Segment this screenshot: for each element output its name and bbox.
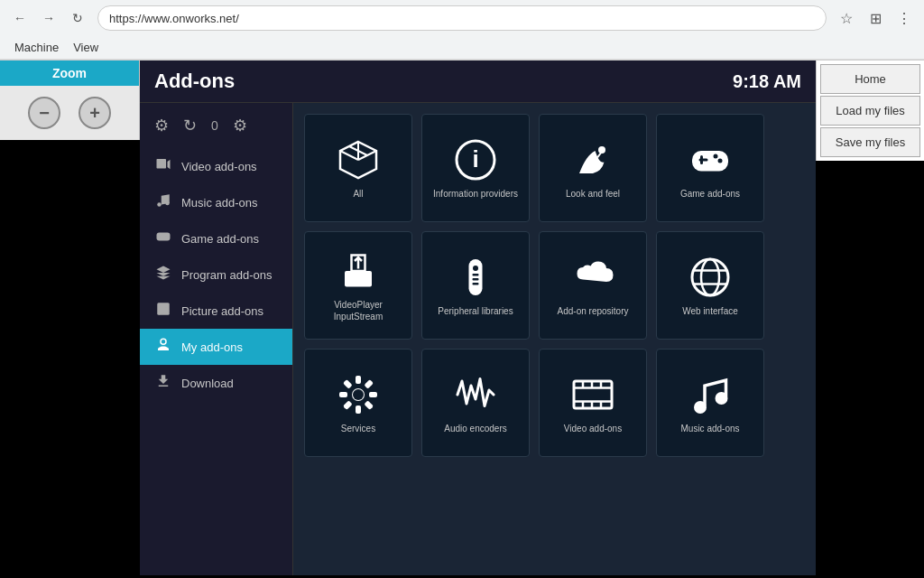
svg-point-10	[160, 305, 162, 307]
svg-point-49	[716, 392, 728, 405]
look-icon	[570, 137, 615, 182]
kodi-header: Add-ons 9:18 AM	[140, 61, 816, 103]
grid-row-2: VideoPlayer InputStream Peripheral libra…	[304, 231, 805, 340]
sidebar-item-music-add-ons[interactable]: Music add-ons	[140, 184, 292, 220]
zoom-in-button[interactable]: +	[79, 97, 111, 129]
kodi-time: 9:18 AM	[733, 71, 801, 92]
grid-item-peripheral[interactable]: Peripheral libraries	[421, 231, 530, 340]
sidebar-item-picture-add-ons[interactable]: Picture add-ons	[140, 293, 292, 329]
load-files-button[interactable]: Load my files	[820, 96, 920, 126]
home-button[interactable]: Home	[820, 64, 920, 94]
sidebar-item-my-label: My add-ons	[181, 340, 243, 354]
grid-item-music-add-ons-g[interactable]: Music add-ons	[656, 349, 764, 457]
grid-item-peripheral-label: Peripheral libraries	[434, 305, 516, 317]
svg-rect-37	[343, 379, 353, 389]
svg-point-38	[353, 389, 364, 400]
zoom-out-button[interactable]: −	[28, 97, 60, 129]
svg-point-25	[692, 259, 728, 295]
kodi-sidebar: ⚙ ↻ 0 ⚙ Video add-ons Music add-ons	[140, 103, 293, 575]
grid-item-audio-encoders[interactable]: Audio encoders	[421, 349, 530, 457]
back-button[interactable]: ←	[7, 5, 32, 31]
save-files-button[interactable]: Save my files	[820, 127, 920, 157]
program-add-ons-icon	[154, 265, 172, 284]
zoom-controls: − +	[0, 86, 139, 140]
globe-icon	[688, 255, 733, 300]
grid-item-services-label: Services	[337, 423, 379, 434]
grid-item-video-label: Video add-ons	[560, 423, 625, 434]
box-icon	[336, 137, 381, 182]
grid-item-add-on-repo[interactable]: Add-on repository	[539, 231, 647, 340]
sidebar-item-picture-label: Picture add-ons	[181, 304, 263, 318]
film-icon	[570, 372, 615, 417]
sidebar-item-download[interactable]: Download	[140, 365, 292, 401]
sidebar-item-game-label: Game add-ons	[181, 232, 259, 246]
kodi-grid-area: All i Information providers	[293, 103, 816, 575]
remote-icon	[453, 255, 498, 300]
svg-point-7	[164, 234, 166, 236]
grid-row-1: All i Information providers	[304, 114, 805, 222]
grid-item-all[interactable]: All	[304, 114, 412, 222]
grid-item-repo-label: Add-on repository	[554, 305, 633, 317]
svg-point-2	[157, 202, 162, 207]
sidebar-icons-row: ⚙ ↻ 0 ⚙	[140, 110, 292, 141]
menu-bar: Machine View	[0, 36, 924, 60]
reload-button[interactable]: ↻	[65, 5, 90, 31]
info-icon: i	[453, 137, 498, 182]
svg-point-26	[701, 259, 719, 295]
grid-item-game-label: Game add-ons	[677, 188, 744, 200]
grid-item-video-add-ons-g[interactable]: Video add-ons	[539, 349, 647, 457]
sidebar-refresh-icon[interactable]: ↻	[183, 116, 197, 135]
sidebar-item-video-add-ons[interactable]: Video add-ons	[140, 148, 292, 184]
cloud-icon	[570, 255, 615, 300]
kodi-title: Add-ons	[154, 70, 235, 93]
svg-rect-34	[356, 406, 361, 414]
svg-rect-35	[343, 400, 353, 410]
svg-rect-24	[473, 283, 479, 285]
forward-button[interactable]: →	[36, 5, 61, 31]
menu-button[interactable]: ⋮	[892, 5, 917, 31]
nav-buttons: ← → ↻	[7, 5, 90, 31]
svg-rect-32	[369, 392, 377, 397]
svg-point-21	[473, 266, 478, 271]
svg-point-17	[714, 154, 718, 158]
sidebar-item-game-add-ons[interactable]: Game add-ons	[140, 220, 292, 256]
sidebar-item-video-label: Video add-ons	[181, 160, 257, 173]
videoplayer-icon	[336, 248, 381, 294]
url-text: https://www.onworks.net/	[109, 12, 239, 25]
grid-item-info-label: Information providers	[430, 188, 522, 200]
browser-chrome: ← → ↻ https://www.onworks.net/ ☆ ⊞ ⋮ Mac…	[0, 0, 924, 61]
grid-item-music-label: Music add-ons	[677, 423, 743, 434]
grid-item-services[interactable]: Services	[304, 349, 412, 457]
grid-item-web-label: Web interface	[679, 305, 742, 317]
extensions-button[interactable]: ⊞	[863, 5, 888, 31]
grid-item-info-providers[interactable]: i Information providers	[421, 114, 530, 222]
grid-item-look-and-feel[interactable]: Look and feel	[539, 114, 647, 222]
svg-rect-0	[157, 159, 167, 169]
svg-rect-20	[469, 259, 483, 295]
address-bar[interactable]: https://www.onworks.net/	[97, 5, 827, 31]
sidebar-profile-icon[interactable]: ⚙	[154, 116, 169, 135]
svg-point-48	[694, 401, 707, 414]
grid-item-web-interface[interactable]: Web interface	[656, 231, 764, 340]
picture-add-ons-icon	[154, 301, 172, 321]
star-button[interactable]: ☆	[834, 5, 859, 31]
svg-rect-19	[345, 271, 372, 287]
sidebar-count: 0	[211, 118, 218, 133]
grid-item-audio-label: Audio encoders	[440, 423, 511, 434]
kodi-app: Add-ons 9:18 AM ⚙ ↻ 0 ⚙ Video add-ons	[140, 61, 816, 575]
grid-item-game-add-ons[interactable]: Game add-ons	[656, 114, 764, 222]
menu-view[interactable]: View	[66, 38, 106, 57]
sidebar-item-download-label: Download	[181, 377, 234, 390]
sidebar-item-my-add-ons[interactable]: My add-ons	[140, 329, 292, 365]
svg-rect-36	[339, 392, 347, 397]
menu-machine[interactable]: Machine	[7, 38, 66, 57]
browser-actions: ☆ ⊞ ⋮	[834, 5, 917, 31]
sidebar-item-program-add-ons[interactable]: Program add-ons	[140, 256, 292, 293]
sidebar-settings-icon[interactable]: ⚙	[233, 116, 247, 135]
svg-rect-14	[692, 151, 728, 172]
grid-item-videoplayer[interactable]: VideoPlayer InputStream	[304, 231, 412, 340]
gear-icon	[336, 372, 381, 417]
video-add-ons-icon	[154, 156, 172, 176]
audio-icon	[453, 372, 498, 417]
svg-rect-22	[473, 274, 479, 276]
